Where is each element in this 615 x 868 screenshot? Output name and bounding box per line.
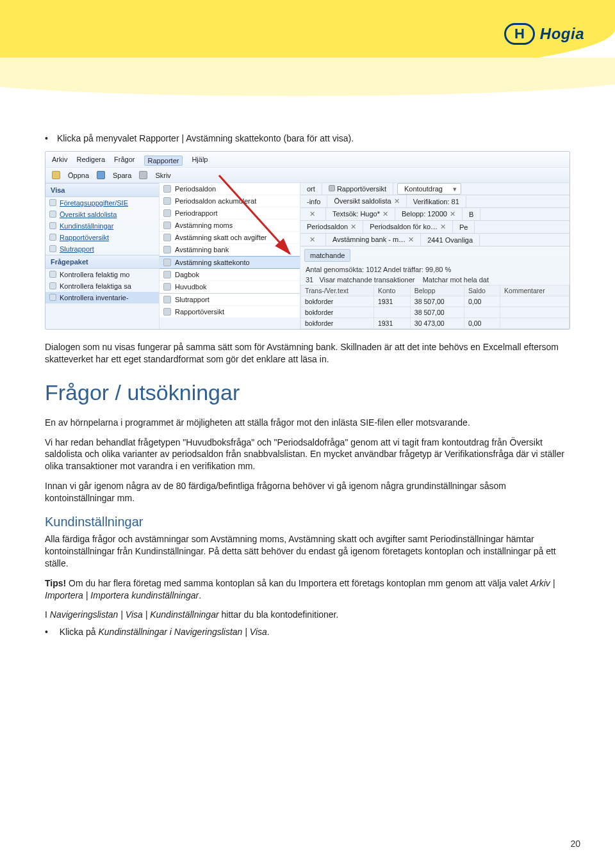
save-icon [97,171,105,179]
tab-ovanliga[interactable]: 2441 Ovanliga [421,234,480,246]
tab-b[interactable]: B [463,209,480,220]
doc-icon [163,209,171,217]
close-icon[interactable]: ✕ [394,197,400,205]
menu-rapporter[interactable]: Rapporter [144,156,183,166]
stats-line-1: Antal genomsökta: 1012 Andel träffar: 99… [300,264,570,275]
tab-pe[interactable]: Pe [453,221,475,233]
tab-verifikation[interactable]: Verifikation: 81 [407,196,466,207]
tips-label: Tips! [45,578,66,588]
close-icon[interactable]: ✕ [440,223,446,230]
doc-icon [163,296,171,303]
doc-icon [49,271,56,278]
dropdown-avstamning-moms[interactable]: Avstämning moms [160,220,300,232]
close-icon[interactable]: ✕ [408,236,414,243]
table-row[interactable]: bokforder193138 507,000,00 [301,296,570,307]
tab-periodsaldon[interactable]: Periodsaldon✕ [300,221,363,233]
tab-textsok[interactable]: Textsök: Hugo*✕ [326,208,395,220]
th-konto[interactable]: Konto [373,285,410,296]
close-icon[interactable]: ✕ [350,223,356,230]
doc-icon [49,211,56,218]
rapporter-dropdown: Periodsaldon Periodsaldon ackumulerat Pe… [160,183,300,318]
fragepaket-item-2[interactable]: Kontrollera felaktiga sa [45,280,159,292]
doc-icon [163,246,171,253]
heading-fragor: Frågor / utsökningar [45,378,570,408]
menu-hjalp[interactable]: Hjälp [192,156,208,166]
fragepaket-item-3[interactable]: Kontrollera inventarie- [45,292,159,303]
doc-icon [49,234,56,241]
doc-icon [49,245,56,252]
print-button[interactable]: Skriv [155,172,170,179]
tab-avstamning-bank[interactable]: Avstämning bank - m…✕ [326,234,421,246]
tab-oversikt-saldolista[interactable]: Översikt saldolista✕ [327,195,406,207]
close-icon[interactable]: ✕ [309,210,315,218]
dropdown-periodrapport[interactable]: Periodrapport [160,207,300,220]
instruction-bullet-2: Klicka på Kundinställningar i Navigering… [45,626,570,638]
menu-redigera[interactable]: Redigera [76,156,105,166]
dropdown-periodsaldon-ack[interactable]: Periodsaldon ackumulerat [160,195,300,207]
doc-icon [163,271,171,278]
page-number: 20 [570,839,580,849]
toolbar: Öppna Spara Skriv [45,168,570,183]
table-row[interactable]: bokforder193130 473,000,00 [301,318,570,329]
doc-icon [49,199,56,206]
close-icon[interactable]: ✕ [382,210,388,218]
paragraph-kund-3: I Navigeringslistan | Visa | Kundinställ… [45,609,570,621]
save-button[interactable]: Spara [113,172,131,179]
open-icon [52,171,60,179]
th-kommentarer[interactable]: Kommentarer [500,285,570,296]
nav-foretagsuppgifter[interactable]: Företagsuppgifter/SIE [45,197,159,209]
dropdown-huvudbok[interactable]: Huvudbok [160,281,300,293]
close-icon[interactable]: ✕ [309,236,315,243]
doc-icon [163,221,171,229]
tab-belopp[interactable]: Belopp: 12000✕ [395,208,463,220]
doc-icon [49,222,56,229]
nav-oversikt-saldolista[interactable]: Översikt saldolista [45,209,159,220]
nav-kundinstallningar[interactable]: Kundinställningar [45,220,159,232]
table-row[interactable]: bokforder38 507,00 [301,307,570,318]
th-saldo[interactable]: Saldo [464,285,500,296]
paragraph-fragor-1: En av hörnpelarna i programmet är möjlig… [45,417,570,429]
doc-icon [163,197,171,205]
dropdown-avstamning-bank[interactable]: Avstämning bank [160,244,300,256]
doc-icon [329,185,335,191]
close-icon[interactable]: ✕ [450,210,455,218]
nav-rapportoversikt[interactable]: Rapportöversikt [45,232,159,243]
logo-text: Hogia [540,25,584,43]
tab-rapportoversikt[interactable]: Rapportöversikt [322,183,393,195]
transactions-table: Trans-/Ver.text Konto Belopp Saldo Komme… [300,285,570,329]
dropdown-slutrapport[interactable]: Slutrapport [160,293,300,306]
dropdown-rapportoversikt[interactable]: Rapportöversikt [160,306,300,318]
doc-icon [163,308,171,316]
tab-ort[interactable]: ort [300,183,322,195]
dropdown-avstamning-skattekonto[interactable]: Avstämning skattekonto [160,256,300,269]
nav-slutrapport[interactable]: Slutrapport [45,243,159,255]
dropdown-avstamning-skatt[interactable]: Avstämning skatt och avgifter [160,232,300,244]
doc-icon [163,259,171,266]
menu-arkiv[interactable]: Arkiv [52,156,67,166]
dropdown-dagbok[interactable]: Dagbok [160,269,300,281]
matchande-chip[interactable]: matchande [304,249,350,262]
fragepaket-section-title: Frågepaket [45,255,159,269]
app-screenshot: Arkiv Redigera Frågor Rapporter Hjälp Öp… [45,151,570,330]
stats-line-2: 31 Visar matchande transaktioner Matchar… [300,275,570,285]
kontoutdrag-dropdown[interactable]: Kontoutdrag [397,183,461,195]
paragraph-fragor-3: Innan vi går igenom några av de 80 färdi… [45,480,570,504]
open-button[interactable]: Öppna [68,172,89,179]
th-belopp[interactable]: Belopp [410,285,464,296]
doc-icon [49,282,56,289]
th-trans[interactable]: Trans-/Ver.text [301,285,374,296]
visa-section-title: Visa [45,183,159,197]
print-icon [139,171,147,179]
logo: H Hogia [504,23,584,45]
fragepaket-item-1[interactable]: Kontrollera felaktig mo [45,269,159,280]
doc-icon [49,294,56,301]
paragraph-dialog: Dialogen som nu visas fungerar på samma … [45,341,570,366]
dropdown-periodsaldon[interactable]: Periodsaldon [160,183,300,195]
tab-info[interactable]: -info [300,196,327,207]
paragraph-fragor-2: Vi har redan behandlat frågetypen "Huvud… [45,437,570,473]
menu-fragor[interactable]: Frågor [114,156,135,166]
tab-periodsaldon-ko[interactable]: Periodsaldon för ko…✕ [363,221,453,233]
doc-icon [163,185,171,193]
menubar: Arkiv Redigera Frågor Rapporter Hjälp [45,152,570,168]
instruction-bullet-1: Klicka på menyvalet Rapporter | Avstämni… [45,133,570,143]
